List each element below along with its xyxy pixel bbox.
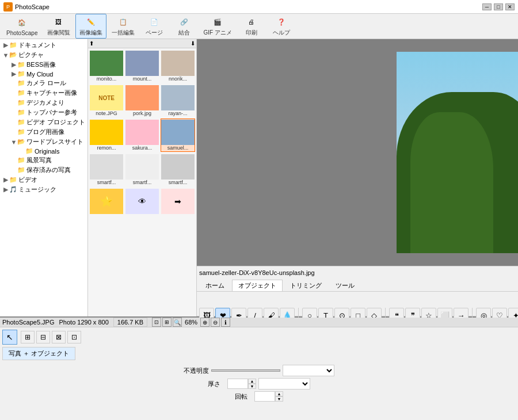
menu-combine[interactable]: 🔗 結合 [170,14,199,39]
menu-photoscape-label: PhotoScape [6,30,38,36]
thumb-pork[interactable]: pork.jpg [125,84,159,117]
thumb-monito[interactable]: monito... [89,49,124,83]
menu-batch[interactable]: 📋 一括編集 [108,14,139,39]
tree-item-cloud[interactable]: ▶ 📁 My Cloud [1,70,86,78]
second-zoom-actual[interactable]: ⊞ [162,318,172,327]
thumb-row-3: remon... sakura... samuel... [89,119,195,152]
second-rotation-spinbox: 32 ▲ ▼ [254,391,283,402]
titlebar: P PhotoScape ─ □ ✕ [0,0,518,14]
second-icon-row: ⊞ ⊟ ⊠ ⊡ [21,331,81,343]
thumb-sakura[interactable]: sakura... [125,119,159,152]
minimize-button[interactable]: ─ [482,3,492,10]
tree-item-wordpress[interactable]: ▼ 📂 ワードプレスサイト [1,137,86,147]
tree-item-music[interactable]: ▶ 🎵 ミュージック [1,185,86,194]
second-toolbar-row1: ↖ ⊞ ⊟ ⊠ ⊡ [2,330,516,345]
menu-viewer[interactable]: 🖼 画像閲覧 [43,14,74,39]
second-icon2[interactable]: ⊟ [36,331,50,343]
thumbnail-panel: ⬆ ⬇ monito... mount... nnorik... [88,39,197,316]
second-toolbar: ↖ ⊞ ⊟ ⊠ ⊡ 写真 ＋ オブジェクト 不透明度 [0,327,518,404]
tab-home[interactable]: ホーム [199,280,231,291]
second-thick-down[interactable]: ▼ [248,384,256,389]
tree-item-camera-roll[interactable]: 📁 カメラ ロール [1,78,86,88]
thumb-arrow[interactable]: ➡ [161,188,195,215]
thumbnail-scroll[interactable]: monito... mount... nnorik... NOTE note.J… [88,48,196,316]
main-area: ▶ 📁 ドキュメント ▼ 📂 ピクチャ ▶ 📁 BESS画像 ▶ 📁 My Cl… [0,39,518,316]
menu-viewer-label: 画像閲覧 [47,29,70,37]
tree-item-scenery[interactable]: 📁 風景写真 [1,155,86,165]
thumb-rayan[interactable]: rayan-... [161,84,195,117]
tree-item-documents[interactable]: ▶ 📁 ドキュメント [1,40,86,50]
second-zoom-minus[interactable]: ⊖ [211,318,220,327]
menu-photoscape[interactable]: 🏠 PhotoScape [2,15,42,38]
menu-help[interactable]: ❓ ヘルプ [267,14,296,39]
tree-item-blog[interactable]: 📁 ブログ用画像 [1,127,86,137]
second-toolbar-row2: 写真 ＋ オブジェクト [2,347,516,360]
close-button[interactable]: ✕ [505,3,515,10]
editor-canvas[interactable]: この建物 🌺 ↻ [197,39,518,266]
menu-batch-label: 一括編集 [112,29,135,37]
thumbnail-header: ⬆ ⬇ [88,39,196,48]
second-thickness-input[interactable]: 3 [227,379,248,389]
print-icon: 🖨 [245,16,258,28]
second-file-size: 166.7 KB [113,318,147,327]
thumb-row-5: ⭐ 👁 ➡ [89,188,195,215]
thumb-samuel[interactable]: samuel... [161,119,195,152]
tab-object[interactable]: オブジェクト [232,280,283,291]
second-zoom-area: ⊡ ⊞ 🔍 68% ⊕ ⊖ ℹ [152,318,230,327]
main-photo: この建物 🌺 ↻ [397,52,518,253]
menu-print[interactable]: 🖨 印刷 [237,14,266,39]
menu-print-label: 印刷 [246,29,257,37]
second-info[interactable]: ℹ [221,318,230,327]
left-panel: ▶ 📁 ドキュメント ▼ 📂 ピクチャ ▶ 📁 BESS画像 ▶ 📁 My Cl… [0,39,88,316]
tab-trim[interactable]: トリミング [284,280,328,291]
thumb-note[interactable]: NOTE note.JPG [89,84,124,117]
second-zoom-out[interactable]: 🔍 [173,318,182,327]
thumb-smartf3[interactable]: smartf... [161,153,195,186]
tree-item-bess[interactable]: ▶ 📁 BESS画像 [1,60,86,70]
second-icon4[interactable]: ⊡ [67,331,81,343]
thumb-smartf2[interactable]: smartf... [125,153,159,186]
tab-tools[interactable]: ツール [329,280,361,291]
thumb-eye[interactable]: 👁 [125,188,159,215]
second-opacity-slider[interactable] [211,369,280,372]
menu-editor[interactable]: ✏️ 画像編集 [75,14,106,39]
tree-item-digi[interactable]: 📁 デジカメより [1,98,86,108]
folder-tree: ▶ 📁 ドキュメント ▼ 📂 ピクチャ ▶ 📁 BESS画像 ▶ 📁 My Cl… [0,39,87,316]
tree-item-originals[interactable]: 📁 Originals [1,147,86,155]
thumb-row-4: smartf... smartf... smartf... [89,153,195,186]
second-combo2[interactable] [258,378,310,390]
second-cursor-tool[interactable]: ↖ [2,330,17,345]
second-combo1[interactable] [283,365,334,376]
thumb-nnorik[interactable]: nnorik... [161,49,195,83]
second-zoom-fit[interactable]: ⊡ [152,318,161,327]
menu-gif[interactable]: 🎬 GIF アニメ [200,14,236,39]
batch-icon: 📋 [117,16,130,28]
second-thickness-spinbox: 3 ▲ ▼ [227,379,256,389]
second-icon3[interactable]: ⊠ [52,331,66,343]
editor-area: この建物 🌺 ↻ [197,39,518,316]
menu-help-label: ヘルプ [273,29,290,37]
second-zoom-in[interactable]: ⊕ [200,318,210,327]
second-rot-down[interactable]: ▼ [275,396,283,402]
second-photo-object-button[interactable]: 写真 ＋ オブジェクト [2,347,75,360]
menu-page[interactable]: 📄 ページ [140,14,169,39]
thumb-mount[interactable]: mount... [125,49,159,83]
combine-icon: 🔗 [178,16,191,28]
thumb-remon[interactable]: remon... [89,119,124,152]
second-thick-up[interactable]: ▲ [248,379,256,384]
second-rotation-input[interactable]: 32 [254,391,275,402]
thumb-smartf1[interactable]: smartf... [89,153,124,186]
maximize-button[interactable]: □ [494,3,503,10]
toolbar-tabs: ホーム オブジェクト トリミング ツール [197,278,518,292]
second-icon1[interactable]: ⊞ [21,331,35,343]
photo-container: この建物 🌺 ↻ [397,52,518,253]
second-rot-up[interactable]: ▲ [275,391,283,396]
tree-item-video-proj[interactable]: 📁 ビデオ プロジェクト [1,117,86,127]
menu-gif-label: GIF アニメ [204,29,232,37]
tree-item-pictures[interactable]: ▼ 📂 ピクチャ [1,50,86,60]
tree-item-video[interactable]: ▶ 📁 ビデオ [1,175,86,185]
tree-item-saved[interactable]: 📁 保存済みの写真 [1,165,86,175]
tree-item-banner[interactable]: 📁 トップバナー参考 [1,108,86,117]
tree-item-capture[interactable]: 📁 キャプチャー画像 [1,88,86,98]
thumb-star[interactable]: ⭐ [89,188,124,215]
